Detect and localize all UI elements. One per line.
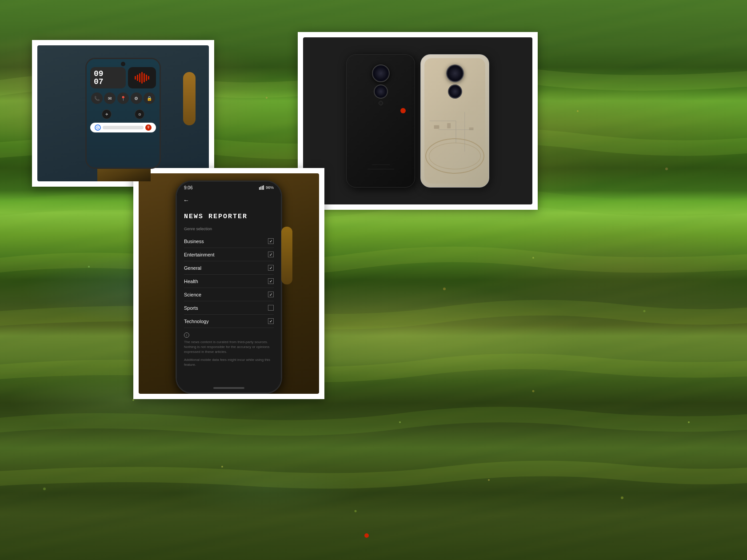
genre-entertainment-checkbox[interactable]: ✓ bbox=[268, 252, 274, 257]
genre-technology-label: Technology bbox=[184, 319, 209, 324]
genre-health[interactable]: Health ✓ bbox=[184, 275, 274, 288]
svg-point-21 bbox=[221, 466, 223, 468]
info-section: i The news content is curated from third… bbox=[184, 332, 274, 367]
svg-point-14 bbox=[643, 310, 646, 312]
genre-health-checkbox[interactable]: ✓ bbox=[268, 278, 274, 284]
genre-business[interactable]: Business ✓ bbox=[184, 235, 274, 248]
genre-health-label: Health bbox=[184, 279, 198, 284]
info-icon: i bbox=[184, 332, 189, 338]
genre-sports[interactable]: Sports bbox=[184, 301, 274, 315]
genre-business-label: Business bbox=[184, 239, 204, 244]
svg-rect-33 bbox=[259, 187, 260, 190]
genre-general[interactable]: General ✓ bbox=[184, 261, 274, 275]
phone1-time: 09 07 bbox=[94, 70, 122, 86]
svg-point-3 bbox=[266, 97, 268, 99]
genre-science-label: Science bbox=[184, 292, 201, 297]
svg-point-22 bbox=[355, 510, 357, 512]
svg-rect-31 bbox=[447, 123, 451, 128]
genre-science[interactable]: Science ✓ bbox=[184, 288, 274, 301]
genre-general-checkbox[interactable]: ✓ bbox=[268, 265, 274, 271]
svg-point-17 bbox=[399, 421, 401, 423]
genre-sports-label: Sports bbox=[184, 305, 198, 311]
svg-point-12 bbox=[443, 288, 446, 290]
svg-point-24 bbox=[621, 496, 623, 499]
genre-entertainment[interactable]: Entertainment ✓ bbox=[184, 248, 274, 261]
genre-business-checkbox[interactable]: ✓ bbox=[268, 238, 274, 244]
app-title: NEWS REPORTER bbox=[184, 213, 274, 220]
genre-science-checkbox[interactable]: ✓ bbox=[268, 292, 274, 297]
battery-level: 96% bbox=[266, 185, 274, 190]
svg-point-13 bbox=[532, 257, 534, 259]
svg-point-20 bbox=[43, 488, 46, 490]
card-topleft: 09 07 bbox=[32, 40, 214, 187]
status-time: 9:06 bbox=[184, 185, 192, 190]
svg-rect-35 bbox=[262, 186, 263, 190]
card-bottom: 9:06 96% ← NEWS REPORTER Genre selection bbox=[133, 168, 324, 399]
disclaimer-text-2: Additional mobile data fees might incur … bbox=[184, 357, 274, 367]
back-arrow-icon[interactable]: ← bbox=[183, 197, 189, 204]
svg-rect-36 bbox=[263, 185, 264, 190]
home-indicator bbox=[213, 387, 244, 389]
genre-sports-checkbox[interactable] bbox=[268, 305, 274, 311]
genre-list: Business ✓ Entertainment ✓ Gen bbox=[184, 235, 274, 328]
genre-technology[interactable]: Technology ✓ bbox=[184, 315, 274, 328]
svg-point-25 bbox=[364, 533, 369, 538]
genre-technology-checkbox[interactable]: ✓ bbox=[268, 318, 274, 324]
card-topright bbox=[298, 32, 538, 210]
disclaimer-text: The news content is curated from third-p… bbox=[184, 340, 274, 355]
genre-general-label: General bbox=[184, 265, 201, 271]
svg-point-7 bbox=[577, 110, 579, 112]
svg-rect-30 bbox=[434, 125, 439, 129]
svg-rect-32 bbox=[469, 128, 474, 130]
genre-entertainment-label: Entertainment bbox=[184, 252, 214, 257]
svg-rect-34 bbox=[260, 187, 261, 190]
svg-point-9 bbox=[88, 266, 90, 268]
svg-point-23 bbox=[488, 479, 490, 481]
svg-point-18 bbox=[532, 390, 535, 392]
svg-point-19 bbox=[688, 421, 690, 423]
svg-point-8 bbox=[665, 168, 668, 170]
genre-section-label: Genre selection bbox=[184, 227, 274, 231]
svg-point-15 bbox=[132, 399, 134, 401]
